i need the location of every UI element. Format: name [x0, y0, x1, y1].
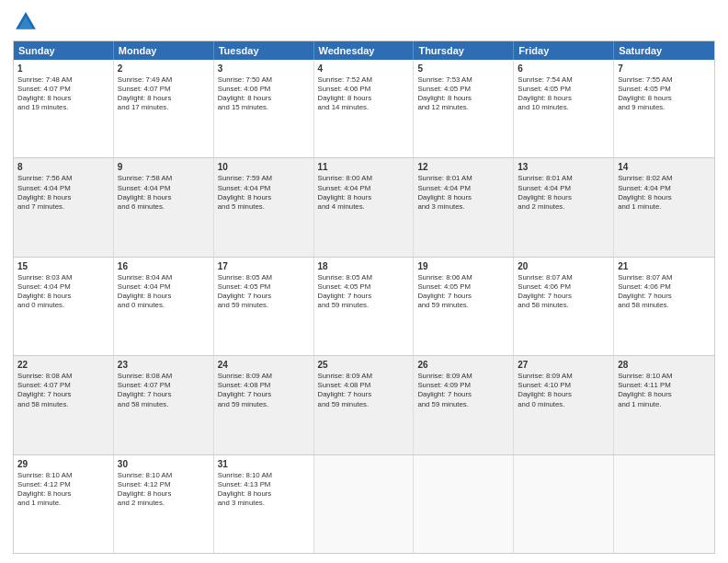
day-info: Sunrise: 8:07 AM [618, 273, 711, 282]
day-number: 15 [17, 260, 109, 272]
day-info: and 19 minutes. [17, 103, 109, 112]
header-day-friday: Friday [514, 41, 614, 60]
day-info: Sunset: 4:04 PM [618, 184, 711, 193]
day-info: Daylight: 8 hours [17, 193, 109, 202]
day-info: and 12 minutes. [417, 103, 509, 112]
day-info: and 5 minutes. [218, 202, 310, 212]
day-info: Daylight: 8 hours [118, 193, 210, 202]
day-info: Sunset: 4:07 PM [118, 381, 210, 390]
day-info: Daylight: 8 hours [118, 489, 210, 499]
calendar-cell: 26Sunrise: 8:09 AMSunset: 4:09 PMDayligh… [414, 356, 514, 454]
day-info: Sunrise: 8:04 AM [118, 273, 210, 282]
calendar-cell: 22Sunrise: 8:08 AMSunset: 4:07 PMDayligh… [14, 356, 114, 454]
calendar-cell: 18Sunrise: 8:05 AMSunset: 4:05 PMDayligh… [314, 258, 415, 355]
day-info: Daylight: 7 hours [618, 292, 711, 301]
calendar-cell: 9Sunrise: 7:58 AMSunset: 4:04 PMDaylight… [114, 158, 214, 256]
calendar-cell: 28Sunrise: 8:10 AMSunset: 4:11 PMDayligh… [614, 356, 714, 454]
day-info: Daylight: 8 hours [518, 193, 609, 202]
day-number: 2 [118, 63, 210, 75]
logo [13, 9, 42, 35]
header-day-sunday: Sunday [14, 41, 114, 60]
calendar-cell [514, 455, 614, 553]
day-info: Daylight: 8 hours [417, 94, 509, 103]
day-number: 6 [518, 63, 609, 75]
day-info: Sunrise: 7:56 AM [17, 174, 109, 183]
day-info: and 58 minutes. [618, 301, 711, 310]
calendar-cell: 12Sunrise: 8:01 AMSunset: 4:04 PMDayligh… [414, 158, 514, 256]
day-info: Sunset: 4:11 PM [618, 381, 711, 390]
calendar-cell: 16Sunrise: 8:04 AMSunset: 4:04 PMDayligh… [114, 258, 214, 355]
header-day-wednesday: Wednesday [314, 41, 415, 60]
day-info: Sunrise: 7:59 AM [218, 174, 310, 183]
day-info: and 7 minutes. [17, 202, 109, 212]
day-info: Sunrise: 8:10 AM [17, 471, 109, 480]
day-info: Daylight: 8 hours [118, 94, 210, 103]
day-info: Daylight: 7 hours [417, 292, 509, 301]
day-info: Sunrise: 8:10 AM [118, 471, 210, 480]
day-number: 29 [17, 458, 109, 470]
day-info: Daylight: 8 hours [17, 489, 109, 499]
calendar-cell [314, 455, 415, 553]
day-info: Sunrise: 8:03 AM [17, 273, 109, 282]
calendar-body: 1Sunrise: 7:48 AMSunset: 4:07 PMDaylight… [14, 60, 714, 553]
calendar-cell [414, 455, 514, 553]
day-info: Sunset: 4:09 PM [417, 381, 509, 390]
day-info: Sunrise: 8:02 AM [618, 174, 711, 183]
day-info: and 59 minutes. [417, 301, 509, 310]
day-info: Daylight: 8 hours [518, 390, 609, 399]
day-info: Sunset: 4:04 PM [417, 184, 509, 193]
day-info: and 59 minutes. [218, 301, 310, 310]
day-number: 23 [118, 359, 210, 371]
day-info: Daylight: 7 hours [17, 390, 109, 399]
calendar-cell [614, 455, 714, 553]
day-info: and 0 minutes. [518, 400, 609, 409]
calendar: SundayMondayTuesdayWednesdayThursdayFrid… [13, 40, 715, 554]
day-info: and 2 minutes. [118, 499, 210, 508]
day-info: Sunrise: 8:08 AM [118, 372, 210, 381]
day-number: 26 [417, 359, 509, 371]
day-info: Sunrise: 7:53 AM [417, 75, 509, 85]
day-number: 12 [417, 161, 509, 173]
day-info: Daylight: 8 hours [218, 489, 310, 499]
day-info: Daylight: 8 hours [518, 94, 609, 103]
header-day-thursday: Thursday [414, 41, 514, 60]
calendar-cell: 10Sunrise: 7:59 AMSunset: 4:04 PMDayligh… [214, 158, 314, 256]
day-info: and 59 minutes. [218, 400, 310, 409]
day-number: 16 [118, 260, 210, 272]
day-info: Sunset: 4:12 PM [118, 480, 210, 489]
day-info: Sunrise: 8:08 AM [17, 372, 109, 381]
day-info: Daylight: 7 hours [218, 292, 310, 301]
day-info: Daylight: 8 hours [118, 292, 210, 301]
calendar-cell: 7Sunrise: 7:55 AMSunset: 4:05 PMDaylight… [614, 60, 714, 157]
day-info: Sunset: 4:04 PM [218, 184, 310, 193]
day-info: Sunset: 4:08 PM [218, 381, 310, 390]
day-info: Sunset: 4:04 PM [17, 184, 109, 193]
day-info: Sunset: 4:08 PM [318, 381, 410, 390]
day-number: 5 [417, 63, 509, 75]
calendar-cell: 3Sunrise: 7:50 AMSunset: 4:06 PMDaylight… [214, 60, 314, 157]
day-info: Sunrise: 8:06 AM [417, 273, 509, 282]
day-info: Daylight: 8 hours [218, 193, 310, 202]
day-info: Daylight: 7 hours [518, 292, 609, 301]
day-info: Daylight: 8 hours [618, 390, 711, 399]
header [13, 9, 715, 35]
day-info: Daylight: 8 hours [17, 292, 109, 301]
day-info: Sunset: 4:04 PM [17, 282, 109, 292]
day-info: and 1 minute. [618, 400, 711, 409]
calendar-cell: 5Sunrise: 7:53 AMSunset: 4:05 PMDaylight… [414, 60, 514, 157]
day-info: Sunset: 4:04 PM [118, 282, 210, 292]
day-info: Sunset: 4:05 PM [518, 85, 609, 94]
day-info: and 14 minutes. [318, 103, 410, 112]
day-info: Sunrise: 8:01 AM [417, 174, 509, 183]
day-info: and 59 minutes. [417, 400, 509, 409]
day-info: Sunset: 4:07 PM [17, 381, 109, 390]
calendar-header: SundayMondayTuesdayWednesdayThursdayFrid… [14, 41, 714, 60]
day-info: Daylight: 8 hours [17, 94, 109, 103]
day-info: Sunset: 4:06 PM [618, 282, 711, 292]
calendar-cell: 4Sunrise: 7:52 AMSunset: 4:06 PMDaylight… [314, 60, 415, 157]
day-info: Sunset: 4:07 PM [118, 85, 210, 94]
calendar-cell: 15Sunrise: 8:03 AMSunset: 4:04 PMDayligh… [14, 258, 114, 355]
day-info: Sunset: 4:07 PM [17, 85, 109, 94]
day-number: 22 [17, 359, 109, 371]
day-info: Daylight: 8 hours [618, 193, 711, 202]
